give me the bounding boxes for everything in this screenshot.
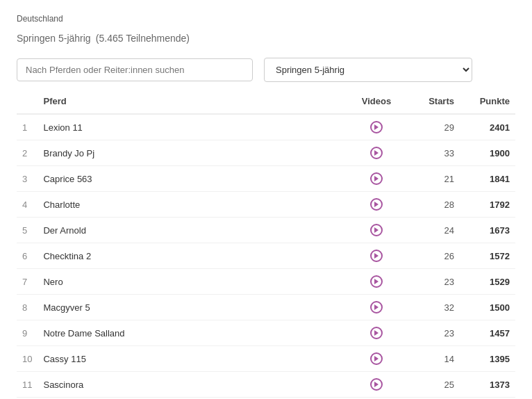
play-icon[interactable] (370, 147, 383, 159)
cell-punkte: 1395 (460, 346, 515, 372)
play-icon[interactable] (370, 327, 383, 339)
cell-name: Macgyver 5 (38, 295, 349, 320)
cell-starts: 24 (404, 218, 460, 243)
table-row: 2Brandy Jo Pj331900 (17, 140, 515, 166)
cell-punkte: 1841 (460, 166, 515, 192)
cell-punkte: 1572 (460, 243, 515, 269)
cell-punkte: 1373 (460, 372, 515, 398)
table-body: 1Lexion 112924012Brandy Jo Pj3319003Capr… (17, 114, 515, 399)
play-icon[interactable] (370, 198, 383, 211)
play-icon[interactable] (370, 250, 383, 262)
rankings-table: Pferd Videos Starts Punkte 1Lexion 11292… (17, 89, 515, 399)
play-icon[interactable] (370, 172, 383, 185)
cell-punkte: 1500 (460, 295, 515, 320)
cell-punkte: 1673 (460, 218, 515, 243)
cell-name: Notre Dame Salland (38, 320, 349, 346)
table-row: 3Caprice 563211841 (17, 166, 515, 192)
cell-starts: 26 (404, 243, 460, 269)
cell-name: Nero (38, 269, 349, 295)
col-header-videos: Videos (349, 89, 404, 114)
col-header-rank (17, 89, 38, 114)
cell-video[interactable] (349, 166, 404, 192)
cell-name: Lexion 11 (38, 114, 349, 140)
col-header-pferd: Pferd (38, 89, 349, 114)
cell-starts: 14 (404, 346, 460, 372)
table-row: 6Checktina 2261572 (17, 243, 515, 269)
search-input[interactable] (17, 58, 253, 81)
cell-video[interactable] (349, 140, 404, 166)
rankings-table-container: Pferd Videos Starts Punkte 1Lexion 11292… (17, 89, 515, 399)
table-header-row: Pferd Videos Starts Punkte (17, 89, 515, 114)
cell-name: Brandy Jo Pj (38, 140, 349, 166)
cell-punkte: 1792 (460, 192, 515, 218)
table-row: 5Der Arnold241673 (17, 218, 515, 243)
table-row: 9Notre Dame Salland231457 (17, 320, 515, 346)
cell-starts: 23 (404, 320, 460, 346)
cell-starts: 28 (404, 192, 460, 218)
cell-starts: 33 (404, 140, 460, 166)
cell-punkte: 1900 (460, 140, 515, 166)
cell-starts: 23 (404, 269, 460, 295)
cell-rank: 7 (17, 269, 38, 295)
cell-punkte: 1457 (460, 320, 515, 346)
play-icon[interactable] (370, 275, 383, 288)
col-header-starts: Starts (404, 89, 460, 114)
cell-rank: 3 (17, 166, 38, 192)
table-row: 8Macgyver 5321500 (17, 295, 515, 320)
cell-starts: 25 (404, 372, 460, 398)
cell-punkte: 1529 (460, 269, 515, 295)
cell-video[interactable] (349, 346, 404, 372)
page-title: Springen 5-jährig (5.465 Teilnehmende) (17, 25, 515, 47)
table-row: 11Sascinora251373 (17, 372, 515, 398)
col-header-punkte: Punkte (460, 89, 515, 114)
cell-video[interactable] (349, 243, 404, 269)
cell-rank: 8 (17, 295, 38, 320)
cell-name: Caprice 563 (38, 166, 349, 192)
cell-rank: 9 (17, 320, 38, 346)
cell-video[interactable] (349, 269, 404, 295)
cell-name: Der Arnold (38, 218, 349, 243)
cell-starts: 29 (404, 114, 460, 140)
cell-video[interactable] (349, 295, 404, 320)
country-label: Deutschland (17, 14, 515, 24)
participants-count: (5.465 Teilnehmende) (96, 33, 190, 44)
cell-video[interactable] (349, 114, 404, 140)
table-row: 4Charlotte281792 (17, 192, 515, 218)
play-icon[interactable] (370, 378, 383, 391)
cell-rank: 1 (17, 114, 38, 140)
play-icon[interactable] (370, 224, 383, 236)
table-row: 1Lexion 11292401 (17, 114, 515, 140)
cell-rank: 11 (17, 372, 38, 398)
table-row: 7Nero231529 (17, 269, 515, 295)
cell-video[interactable] (349, 218, 404, 243)
cell-name: Checktina 2 (38, 243, 349, 269)
cell-rank: 4 (17, 192, 38, 218)
cell-rank: 2 (17, 140, 38, 166)
table-row: 10Cassy 115141395 (17, 346, 515, 372)
cell-punkte: 2401 (460, 114, 515, 140)
cell-rank: 6 (17, 243, 38, 269)
cell-rank: 10 (17, 346, 38, 372)
cell-rank: 5 (17, 218, 38, 243)
cell-video[interactable] (349, 320, 404, 346)
controls-bar: Springen 5-jährigSpringen 6-jährigSpring… (17, 58, 515, 82)
cell-name: Charlotte (38, 192, 349, 218)
cell-starts: 32 (404, 295, 460, 320)
play-icon[interactable] (370, 121, 383, 133)
cell-starts: 21 (404, 166, 460, 192)
cell-video[interactable] (349, 192, 404, 218)
cell-name: Sascinora (38, 372, 349, 398)
cell-video[interactable] (349, 372, 404, 398)
play-icon[interactable] (370, 301, 383, 314)
discipline-select[interactable]: Springen 5-jährigSpringen 6-jährigSpring… (264, 58, 472, 82)
play-icon[interactable] (370, 352, 383, 365)
cell-name: Cassy 115 (38, 346, 349, 372)
